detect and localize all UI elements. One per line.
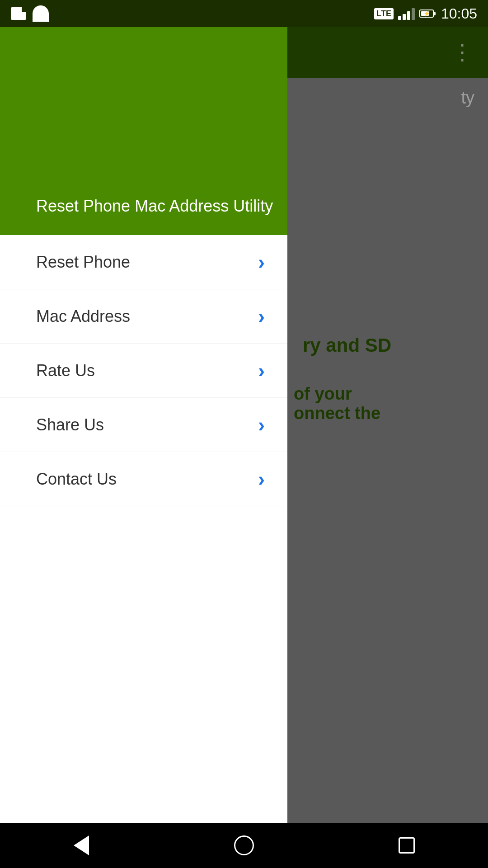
recents-square-icon (399, 837, 415, 854)
chevron-right-icon: › (258, 359, 265, 382)
recents-button[interactable] (380, 832, 434, 859)
menu-item-contact-us[interactable]: Contact Us › (0, 452, 287, 506)
drawer-scrim[interactable] (287, 27, 488, 868)
back-button[interactable] (54, 832, 108, 859)
sim-card-icon (11, 7, 26, 20)
drawer-header: Reset Phone Mac Address Utility (0, 27, 287, 235)
chevron-right-icon: › (258, 414, 265, 436)
drawer-title: Reset Phone Mac Address Utility (36, 196, 273, 217)
lte-indicator: LTE (374, 8, 394, 19)
clock: 10:05 (441, 5, 477, 22)
menu-item-reset-phone[interactable]: Reset Phone › (0, 235, 287, 289)
menu-item-reset-phone-label: Reset Phone (36, 253, 130, 272)
battery-icon: ⚡ (419, 9, 434, 18)
chevron-right-icon: › (258, 251, 265, 274)
home-button[interactable] (217, 832, 271, 859)
menu-item-rate-us-label: Rate Us (36, 361, 95, 380)
navigation-drawer: Reset Phone Mac Address Utility Reset Ph… (0, 27, 287, 868)
menu-item-mac-address-label: Mac Address (36, 307, 130, 326)
menu-item-rate-us[interactable]: Rate Us › (0, 344, 287, 398)
menu-item-contact-us-label: Contact Us (36, 470, 117, 489)
status-bar: LTE ⚡ 10:05 (0, 0, 488, 27)
status-bar-left (11, 5, 49, 22)
android-icon (33, 5, 49, 22)
back-arrow-icon (74, 835, 89, 855)
drawer-menu: Reset Phone › Mac Address › Rate Us › Sh… (0, 235, 287, 868)
menu-item-mac-address[interactable]: Mac Address › (0, 289, 287, 344)
chevron-right-icon: › (258, 468, 265, 491)
status-bar-right: LTE ⚡ 10:05 (374, 5, 477, 22)
home-circle-icon (234, 835, 254, 855)
menu-item-share-us-label: Share Us (36, 415, 104, 434)
bottom-nav-bar (0, 823, 488, 868)
chevron-right-icon: › (258, 305, 265, 328)
menu-item-share-us[interactable]: Share Us › (0, 398, 287, 452)
signal-strength-icon (398, 7, 415, 20)
